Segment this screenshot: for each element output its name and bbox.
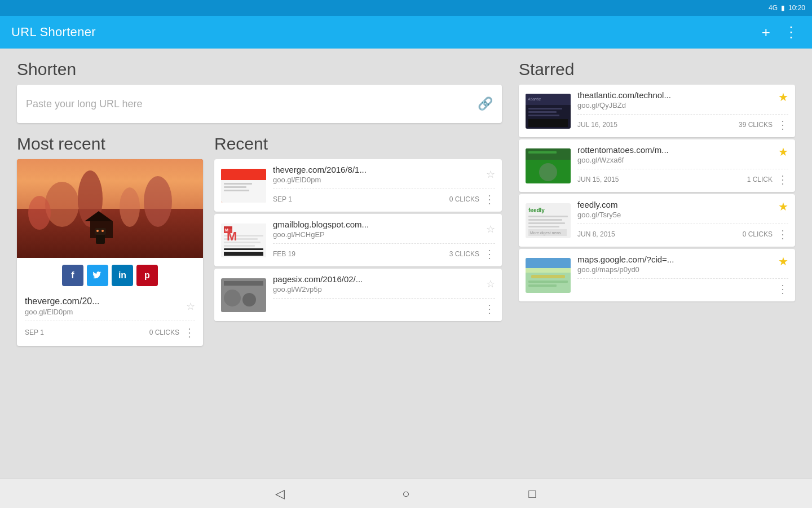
two-col: Most recent bbox=[17, 134, 502, 467]
recent-col: Recent bbox=[214, 134, 502, 467]
svg-rect-45 bbox=[528, 222, 565, 224]
starred-domain-2: rottentomatoes.com/m... bbox=[577, 145, 778, 155]
starred-item: feedly More digest news feedly.com goo.g… bbox=[519, 194, 795, 247]
svg-rect-27 bbox=[224, 281, 263, 286]
home-button[interactable]: ○ bbox=[394, 481, 418, 506]
svg-rect-25 bbox=[224, 252, 263, 256]
recent-date-2: FEB 19 bbox=[273, 250, 295, 258]
recent-domain-3: pagesix.com/2016/02/... bbox=[273, 274, 363, 284]
svg-rect-43 bbox=[528, 216, 568, 217]
recent-star-2[interactable]: ☆ bbox=[486, 223, 495, 235]
svg-rect-51 bbox=[526, 268, 571, 273]
url-input-container: 🔗 bbox=[17, 85, 502, 123]
svg-rect-34 bbox=[528, 111, 557, 113]
svg-rect-15 bbox=[224, 190, 249, 191]
starred-short-4: goo.gl/maps/p0yd0 bbox=[577, 265, 778, 274]
maps-thumb-svg bbox=[526, 258, 571, 293]
svg-point-29 bbox=[242, 293, 256, 306]
svg-rect-44 bbox=[528, 219, 562, 221]
recent-star-1[interactable]: ☆ bbox=[486, 168, 495, 181]
main-content: Shorten 🔗 Most recent bbox=[0, 49, 812, 479]
app-bar-actions: + ⋮ bbox=[760, 23, 801, 42]
starred-more-3[interactable]: ⋮ bbox=[777, 227, 788, 241]
starred-domain-1: theatlantic.com/technol... bbox=[577, 90, 778, 100]
svg-rect-36 bbox=[528, 119, 568, 127]
starred-star-4[interactable]: ★ bbox=[778, 255, 788, 268]
starred-clicks-3: 0 CLICKS bbox=[743, 230, 773, 238]
starred-content-1: theatlantic.com/technol... goo.gl/QyJBZd… bbox=[577, 90, 788, 132]
starred-short-3: goo.gl/Tsry5e bbox=[577, 211, 778, 219]
most-recent-star[interactable]: ☆ bbox=[186, 300, 195, 313]
svg-rect-40 bbox=[528, 151, 557, 154]
starred-thumb-maps bbox=[526, 258, 571, 293]
right-panel: Starred Atlantic bbox=[519, 60, 795, 467]
starred-more-1[interactable]: ⋮ bbox=[777, 118, 788, 132]
recent-meta-2: FEB 19 3 CLICKS ⋮ bbox=[273, 243, 495, 261]
url-input[interactable] bbox=[26, 98, 478, 110]
most-recent-card: f in p theverge.com/20... goo.gl/ElD0pm bbox=[17, 159, 203, 346]
svg-point-3 bbox=[144, 176, 172, 227]
status-bar: 4G ▮ 10:20 bbox=[0, 0, 812, 16]
svg-rect-38 bbox=[526, 148, 571, 160]
social-icons: f in p bbox=[17, 258, 203, 292]
starred-date-1: JUL 16, 2015 bbox=[577, 121, 617, 129]
recent-item: M bbox=[214, 214, 502, 266]
pinterest-share-button[interactable]: p bbox=[136, 265, 158, 286]
svg-text:feedly: feedly bbox=[528, 207, 545, 213]
atlantic-thumb-svg: Atlantic bbox=[526, 94, 571, 129]
svg-rect-22 bbox=[224, 242, 261, 243]
battery-icon: ▮ bbox=[781, 4, 785, 12]
svg-point-4 bbox=[28, 196, 51, 230]
verge-thumb-svg bbox=[221, 169, 266, 203]
recent-item: pagesix.com/2016/02/... goo.gl/W2vp5p ☆ … bbox=[214, 269, 502, 321]
starred-item: Atlantic theatlantic.com/technol... goo.… bbox=[519, 85, 795, 137]
starred-short-2: goo.gl/Wzxa6f bbox=[577, 156, 778, 164]
starred-more-2[interactable]: ⋮ bbox=[777, 173, 788, 186]
starred-title: Starred bbox=[519, 60, 795, 79]
most-recent-date: SEP 1 bbox=[25, 329, 44, 336]
starred-thumb-atlantic: Atlantic bbox=[526, 94, 571, 129]
most-recent-more[interactable]: ⋮ bbox=[184, 326, 195, 339]
verge-thumbnail bbox=[221, 169, 266, 203]
recent-content-3: pagesix.com/2016/02/... goo.gl/W2vp5p ☆ … bbox=[273, 274, 495, 316]
back-button[interactable]: ◁ bbox=[267, 481, 292, 506]
svg-rect-52 bbox=[531, 275, 565, 278]
status-icons: 4G ▮ 10:20 bbox=[769, 4, 805, 12]
facebook-share-button[interactable]: f bbox=[62, 265, 83, 286]
app-bar: URL Shortener + ⋮ bbox=[0, 16, 812, 49]
starred-star-2[interactable]: ★ bbox=[778, 145, 788, 159]
left-panel: Shorten 🔗 Most recent bbox=[17, 60, 502, 467]
recent-title: Recent bbox=[214, 134, 502, 154]
feedly-thumb-svg: feedly More digest news bbox=[526, 203, 571, 238]
menu-button[interactable]: ⋮ bbox=[782, 23, 801, 42]
nav-bar: ◁ ○ □ bbox=[0, 479, 812, 508]
recent-more-1[interactable]: ⋮ bbox=[484, 192, 495, 206]
starred-date-2: JUN 15, 2015 bbox=[577, 176, 619, 183]
scene-svg bbox=[17, 159, 203, 258]
recent-star-3[interactable]: ☆ bbox=[486, 278, 495, 290]
starred-meta-1: JUL 16, 2015 39 CLICKS ⋮ bbox=[577, 114, 788, 132]
recent-more-2[interactable]: ⋮ bbox=[484, 247, 495, 261]
recent-apps-button[interactable]: □ bbox=[520, 481, 545, 506]
add-button[interactable]: + bbox=[760, 23, 773, 42]
signal-icon: 4G bbox=[769, 4, 778, 12]
linkedin-share-button[interactable]: in bbox=[112, 265, 133, 286]
starred-thumb-rt bbox=[526, 148, 571, 183]
recent-list: theverge.com/2016/8/1... goo.gl/ElD0pm ☆… bbox=[214, 159, 502, 321]
starred-more-4[interactable]: ⋮ bbox=[777, 282, 788, 296]
svg-rect-20 bbox=[224, 235, 263, 237]
recent-short-3: goo.gl/W2vp5p bbox=[273, 285, 363, 294]
shorten-title: Shorten bbox=[17, 60, 502, 79]
recent-content-2: gmailblog.blogspot.com... goo.gl/HCHgEP … bbox=[273, 220, 495, 261]
starred-clicks-2: 1 CLICK bbox=[747, 176, 773, 183]
starred-star-3[interactable]: ★ bbox=[778, 200, 788, 213]
recent-more-3[interactable]: ⋮ bbox=[484, 302, 495, 316]
most-recent-info: theverge.com/20... goo.gl/ElD0pm ☆ SEP 1… bbox=[17, 292, 203, 346]
starred-meta-3: JUN 8, 2015 0 CLICKS ⋮ bbox=[577, 224, 788, 241]
starred-star-1[interactable]: ★ bbox=[778, 90, 788, 104]
twitter-share-button[interactable] bbox=[87, 265, 108, 286]
recent-domain-1: theverge.com/2016/8/1... bbox=[273, 165, 367, 174]
app-title: URL Shortener bbox=[11, 25, 96, 40]
recent-item: theverge.com/2016/8/1... goo.gl/ElD0pm ☆… bbox=[214, 159, 502, 212]
most-recent-col: Most recent bbox=[17, 134, 203, 467]
